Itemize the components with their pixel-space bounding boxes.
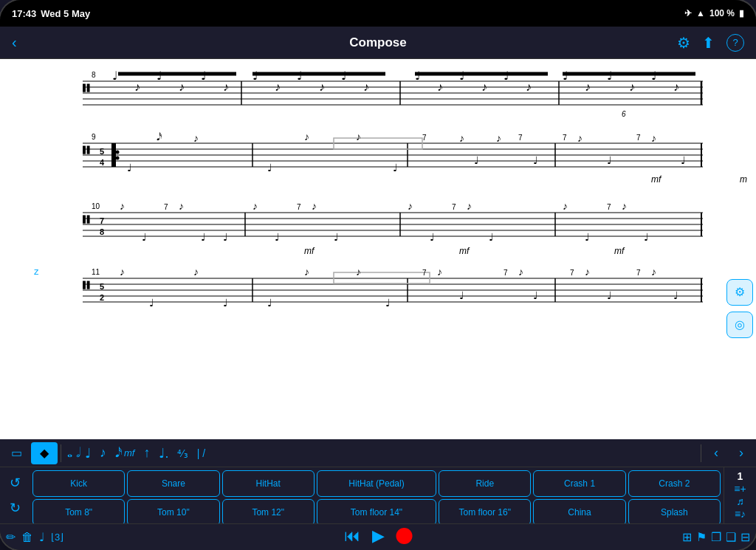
- next-arrow[interactable]: ›: [729, 442, 753, 464]
- pencil-icon[interactable]: ✏: [6, 530, 16, 544]
- score-area: 𝄥 8 ♩ ♪ ♩ ♪ ♩ ♪ ♩ ♪ ♩ ♪ ♩ ♪: [0, 59, 756, 439]
- svg-text:♪: ♪: [563, 200, 568, 212]
- prev-arrow[interactable]: ‹: [704, 442, 728, 464]
- note-list-button[interactable]: ♬: [727, 495, 754, 507]
- page-title: Compose: [86, 35, 670, 50]
- whole-note-btn[interactable]: 𝅝: [64, 444, 70, 462]
- separator-2: [701, 444, 701, 462]
- z-indicator: z: [34, 266, 39, 277]
- back-button[interactable]: ‹: [12, 34, 17, 51]
- select-tool-button[interactable]: ▭: [3, 442, 30, 464]
- svg-text:♪: ♪: [275, 80, 281, 93]
- svg-text:♩: ♩: [393, 162, 398, 173]
- mixer-button[interactable]: ⚙: [726, 279, 753, 306]
- svg-text:♪: ♪: [356, 131, 361, 142]
- add-staff-button[interactable]: ≡+: [727, 482, 754, 495]
- tomfloor14-pad[interactable]: Tom floor 14": [317, 499, 436, 523]
- dotted-btn[interactable]: ♩.: [156, 444, 171, 463]
- svg-text:7: 7: [563, 134, 567, 142]
- svg-text:♪: ♪: [629, 80, 635, 93]
- crash2-pad[interactable]: Crash 2: [628, 470, 721, 497]
- playback-controls: ⏮ ▶: [344, 526, 413, 546]
- export-icon[interactable]: ⊟: [740, 530, 750, 544]
- grid-icon[interactable]: ⊞: [682, 530, 692, 544]
- svg-text:♩: ♩: [275, 231, 280, 243]
- measure-number: 1: [738, 470, 743, 482]
- accent-btn[interactable]: ↑: [140, 444, 153, 462]
- half-note-btn[interactable]: 𝅗𝅥: [73, 444, 79, 462]
- airplane-icon: ✈: [684, 8, 692, 18]
- share-button[interactable]: ⬆: [702, 34, 715, 52]
- svg-text:♩: ♩: [267, 162, 272, 173]
- record-button[interactable]: [396, 528, 413, 544]
- svg-text:♪: ♪: [252, 200, 258, 212]
- trash-icon[interactable]: 🗑: [21, 531, 33, 544]
- bottom-toolbar: ▭ ◆ 𝅝 𝅗𝅥 ♩ ♪ 𝅘𝅥𝅯 mf ↑ ♩. ⁴⁄₃ | / ‹ ›: [0, 439, 756, 550]
- settings-button[interactable]: ⚙: [677, 34, 690, 52]
- ride-pad[interactable]: Ride: [439, 470, 531, 497]
- eighth-note-btn[interactable]: ♪: [97, 444, 109, 462]
- svg-text:♪: ♪: [179, 200, 184, 212]
- separator-1: [61, 444, 61, 462]
- crash1-pad[interactable]: Crash 1: [533, 470, 625, 497]
- svg-text:♩: ♩: [585, 231, 590, 243]
- undo-button[interactable]: ↺: [1, 472, 28, 494]
- tom8-pad[interactable]: Tom 8": [32, 499, 125, 523]
- svg-text:♪: ♪: [526, 80, 532, 93]
- kick-pad[interactable]: Kick: [32, 470, 125, 497]
- tempo-button[interactable]: ◎: [726, 312, 753, 338]
- svg-text:♩: ♩: [474, 154, 479, 166]
- flag-icon[interactable]: ⚑: [696, 530, 707, 544]
- paste-icon[interactable]: ❑: [726, 530, 736, 544]
- china-pad[interactable]: China: [533, 499, 625, 523]
- svg-text:mf: mf: [304, 246, 315, 256]
- tom12-pad[interactable]: Tom 12": [222, 499, 315, 523]
- help-button[interactable]: ?: [726, 34, 744, 52]
- triplet-icon[interactable]: ⌊3⌋: [51, 532, 63, 543]
- svg-text:♪: ♪: [356, 266, 361, 278]
- device-frame: 17:43 Wed 5 May ✈ ▲ 100 % ▮ ‹ Compose ⚙ …: [0, 0, 756, 550]
- svg-text:♪: ♪: [437, 80, 443, 93]
- splash-pad[interactable]: Splash: [628, 499, 721, 523]
- bottom-left-icons: ✏ 🗑 ♩ ⌊3⌋: [6, 530, 63, 544]
- svg-text:♪: ♪: [193, 266, 199, 278]
- mf-dynamic-btn[interactable]: mf: [121, 446, 137, 460]
- barline-btn[interactable]: | /: [194, 446, 208, 461]
- svg-text:4: 4: [100, 158, 105, 167]
- tuplet-btn[interactable]: ⁴⁄₃: [174, 446, 190, 461]
- sixteenth-note-btn[interactable]: 𝅘𝅥𝅯: [112, 444, 118, 462]
- svg-text:♪: ♪: [179, 80, 185, 93]
- svg-text:5: 5: [100, 147, 104, 156]
- music-btn2[interactable]: ≡♪: [727, 508, 754, 520]
- svg-point-52: [116, 157, 120, 160]
- svg-text:♩: ♩: [149, 297, 154, 309]
- svg-text:7: 7: [164, 203, 168, 211]
- hithat-pad[interactable]: HitHat: [222, 470, 315, 497]
- quarter-note-btn[interactable]: ♩: [82, 444, 94, 463]
- svg-text:♪: ♪: [120, 200, 125, 212]
- svg-text:♪: ♪: [193, 132, 199, 144]
- snare-pad[interactable]: Snare: [127, 470, 219, 497]
- svg-text:5: 5: [100, 282, 104, 291]
- rewind-button[interactable]: ⏮: [344, 526, 360, 546]
- copy-icon[interactable]: ❐: [711, 530, 721, 544]
- tom10-pad[interactable]: Tom 10": [127, 499, 219, 523]
- play-button[interactable]: ▶: [372, 526, 385, 546]
- svg-text:♪: ♪: [673, 80, 679, 93]
- tomfloor16-pad[interactable]: Tom floor 16": [439, 499, 531, 523]
- svg-text:♪: ♪: [467, 200, 472, 212]
- hithat-pedal-pad[interactable]: HitHat (Pedal): [317, 470, 436, 497]
- redo-button[interactable]: ↻: [1, 497, 28, 519]
- svg-text:8: 8: [100, 227, 104, 236]
- battery-icon: ▮: [739, 8, 744, 18]
- svg-text:♪: ♪: [651, 266, 656, 278]
- svg-text:♪: ♪: [120, 266, 125, 278]
- svg-text:♪: ♪: [437, 266, 442, 278]
- right-panel: ⚙ ◎: [724, 118, 756, 439]
- note-duration-icon[interactable]: ♩: [39, 530, 45, 544]
- svg-text:♪: ♪: [408, 200, 413, 212]
- svg-text:♪: ♪: [459, 132, 464, 144]
- svg-text:♩: ♩: [267, 297, 272, 309]
- note-tool-button[interactable]: ◆: [31, 442, 58, 464]
- svg-text:♩: ♩: [607, 154, 612, 166]
